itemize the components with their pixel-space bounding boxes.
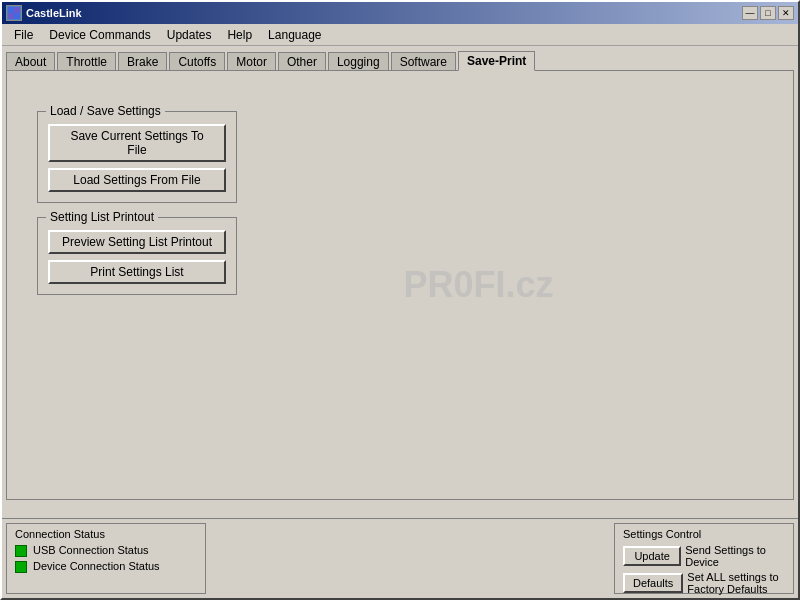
usb-status-dot <box>15 545 27 557</box>
svg-rect-1 <box>14 7 20 13</box>
usb-status-label: USB Connection Status <box>33 544 149 557</box>
tab-logging[interactable]: Logging <box>328 52 389 71</box>
menu-updates[interactable]: Updates <box>159 26 220 44</box>
menu-help[interactable]: Help <box>219 26 260 44</box>
settings-control-panel: Settings Control Update Send Settings to… <box>614 523 794 594</box>
load-save-title: Load / Save Settings <box>46 104 165 118</box>
status-bar: Connection Status USB Connection Status … <box>2 518 798 598</box>
tab-brake[interactable]: Brake <box>118 52 167 71</box>
printout-group: Setting List Printout Preview Setting Li… <box>37 217 237 295</box>
settings-control-title: Settings Control <box>623 528 785 540</box>
restore-button[interactable]: □ <box>760 6 776 20</box>
connection-title: Connection Status <box>15 528 197 540</box>
load-save-group: Load / Save Settings Save Current Settin… <box>37 111 237 203</box>
send-settings-label: Send Settings to Device <box>685 544 785 568</box>
menu-language[interactable]: Language <box>260 26 329 44</box>
connection-panel: Connection Status USB Connection Status … <box>6 523 206 594</box>
save-settings-button[interactable]: Save Current Settings To File <box>48 124 226 162</box>
title-bar: CastleLink — □ ✕ <box>2 2 798 24</box>
title-bar-left: CastleLink <box>6 5 82 21</box>
close-button[interactable]: ✕ <box>778 6 794 20</box>
app-icon <box>6 5 22 21</box>
svg-rect-0 <box>8 7 14 13</box>
menu-bar: File Device Commands Updates Help Langua… <box>2 24 798 46</box>
minimize-button[interactable]: — <box>742 6 758 20</box>
content-area: PR0FI.cz Load / Save Settings Save Curre… <box>6 70 794 500</box>
svg-rect-2 <box>8 13 14 19</box>
preview-printout-button[interactable]: Preview Setting List Printout <box>48 230 226 254</box>
watermark: PR0FI.cz <box>404 264 554 306</box>
tab-save-print[interactable]: Save-Print <box>458 51 535 71</box>
usb-connection-item: USB Connection Status <box>15 544 197 557</box>
print-settings-button[interactable]: Print Settings List <box>48 260 226 284</box>
device-connection-item: Device Connection Status <box>15 560 197 573</box>
load-settings-button[interactable]: Load Settings From File <box>48 168 226 192</box>
defaults-button[interactable]: Defaults <box>623 573 683 593</box>
main-window: CastleLink — □ ✕ File Device Commands Up… <box>0 0 800 600</box>
tab-other[interactable]: Other <box>278 52 326 71</box>
update-row: Update Send Settings to Device <box>623 544 785 568</box>
tab-cutoffs[interactable]: Cutoffs <box>169 52 225 71</box>
svg-rect-3 <box>14 13 20 19</box>
tab-strip: About Throttle Brake Cutoffs Motor Other… <box>2 46 798 70</box>
defaults-row: Defaults Set ALL settings to Factory Def… <box>623 571 785 595</box>
update-button[interactable]: Update <box>623 546 681 566</box>
device-status-dot <box>15 561 27 573</box>
title-bar-controls: — □ ✕ <box>742 6 794 20</box>
tab-software[interactable]: Software <box>391 52 456 71</box>
factory-defaults-label: Set ALL settings to Factory Defaults <box>687 571 785 595</box>
tab-motor[interactable]: Motor <box>227 52 276 71</box>
window-title: CastleLink <box>26 7 82 19</box>
menu-file[interactable]: File <box>6 26 41 44</box>
device-status-label: Device Connection Status <box>33 560 160 573</box>
spacer <box>210 523 610 594</box>
tab-throttle[interactable]: Throttle <box>57 52 116 71</box>
printout-title: Setting List Printout <box>46 210 158 224</box>
menu-device-commands[interactable]: Device Commands <box>41 26 158 44</box>
tab-about[interactable]: About <box>6 52 55 71</box>
